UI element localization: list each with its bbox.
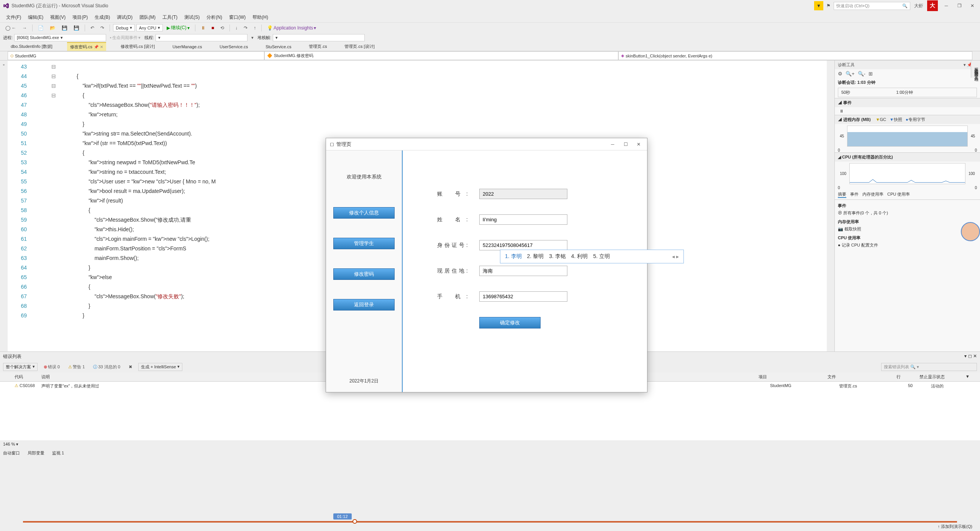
- step-into-button[interactable]: ↓: [233, 24, 240, 32]
- video-progress[interactable]: [23, 521, 957, 523]
- diag-tab[interactable]: CPU 使用率: [887, 191, 910, 198]
- new-project-button[interactable]: 📄: [36, 24, 46, 32]
- menu-item[interactable]: 帮助(H): [249, 13, 271, 21]
- menu-item[interactable]: 项目(P): [69, 13, 91, 21]
- open-file-button[interactable]: 📂: [48, 24, 58, 32]
- platform-combo[interactable]: Any CPU ▾: [136, 24, 163, 31]
- ime-candidate[interactable]: 5. 立明: [593, 253, 610, 260]
- step-over-button[interactable]: ↷: [241, 24, 250, 32]
- sidebar-button[interactable]: 管理学生: [333, 238, 395, 249]
- menu-item[interactable]: 团队(M): [136, 13, 159, 21]
- ime-candidate[interactable]: 1. 李明: [505, 253, 522, 260]
- filter-icon[interactable]: ▼: [965, 374, 977, 380]
- avatar[interactable]: [961, 222, 980, 241]
- camera-icon[interactable]: 📷: [838, 227, 843, 231]
- ime-candidate-bar[interactable]: 1. 李明2. 黎明3. 李铭4. 利明5. 立明◂ ▸: [500, 250, 684, 263]
- window-options-icon[interactable]: ▾ ◻ ✕: [964, 353, 977, 359]
- doc-tab[interactable]: 修改密码.cs [设计]: [118, 42, 158, 51]
- scroll-map[interactable]: [827, 60, 834, 351]
- doc-tab[interactable]: 修改密码.cs 📌 ✕: [67, 42, 106, 51]
- col-code[interactable]: 代码: [3, 374, 41, 380]
- forward-button[interactable]: →: [20, 24, 29, 32]
- warnings-filter[interactable]: ⚠ 警告 1: [66, 363, 87, 371]
- scope-combo[interactable]: 整个解决方案 ▾: [3, 363, 38, 371]
- clear-filter-button[interactable]: ✖: [126, 363, 134, 371]
- class-combo[interactable]: ◇StudentMG: [8, 51, 264, 60]
- diag-tab[interactable]: 摘要: [838, 191, 846, 198]
- app-insights-button[interactable]: 💡 Application Insights ▾: [265, 24, 318, 32]
- ime-nav-icon[interactable]: ◂ ▸: [672, 253, 679, 260]
- menu-item[interactable]: 文件(F): [3, 13, 24, 21]
- undo-button[interactable]: ↶: [88, 24, 97, 32]
- dialog-maximize-icon[interactable]: ☐: [621, 141, 630, 148]
- sidebar-button[interactable]: 修改个人信息: [333, 207, 395, 219]
- doc-tab[interactable]: 管理页.cs [设计]: [341, 42, 377, 51]
- zoom-combo[interactable]: 146 % ▾: [0, 440, 980, 448]
- menu-item[interactable]: 测试(S): [181, 13, 203, 21]
- tool-window-toggle-icon[interactable]: ▫: [3, 62, 5, 67]
- quick-launch-input[interactable]: 快速启动 (Ctrl+Q) 🔍: [834, 2, 910, 10]
- fold-gutter[interactable]: ⊟⊟⊟⊟: [31, 60, 77, 351]
- zoom-in-icon[interactable]: 🔍+: [846, 71, 855, 77]
- close-icon[interactable]: ✕: [968, 2, 977, 10]
- col-proj[interactable]: 项目: [759, 374, 828, 380]
- doc-tab[interactable]: UserManage.cs: [169, 42, 205, 51]
- diag-tab[interactable]: 内存使用率: [862, 191, 883, 198]
- doc-tab[interactable]: dbo.StudentInfo [数据]: [8, 42, 56, 51]
- menu-item[interactable]: 编辑(E): [25, 13, 46, 21]
- thread-combo[interactable]: ▾: [156, 34, 247, 41]
- config-combo[interactable]: Debug ▾: [113, 24, 134, 31]
- back-button[interactable]: ◯ ←: [3, 24, 18, 32]
- member-combo[interactable]: 🔶StudentMG.修改密码: [264, 51, 618, 60]
- idcard-input[interactable]: [479, 240, 567, 250]
- stop-button[interactable]: ■: [209, 24, 216, 32]
- user-label[interactable]: 大虾: [914, 3, 923, 9]
- col-supp[interactable]: 禁止显示状态: [919, 374, 965, 380]
- user-badge[interactable]: 大: [927, 0, 938, 11]
- restart-button[interactable]: ⟲: [218, 24, 226, 32]
- doc-tab[interactable]: 管理页.cs: [306, 42, 330, 51]
- method-combo[interactable]: ◈skinButton1_Click(object sender, EventA…: [618, 51, 972, 60]
- col-line[interactable]: 行: [896, 374, 919, 380]
- menu-item[interactable]: 工具(T): [159, 13, 180, 21]
- pause-icon[interactable]: ⏸: [835, 107, 980, 115]
- dialog-close-icon[interactable]: ✕: [634, 141, 643, 148]
- account-input[interactable]: [479, 189, 567, 199]
- ime-candidate[interactable]: 4. 利明: [571, 253, 588, 260]
- stackframe-combo[interactable]: ▾: [273, 34, 365, 41]
- notifications-icon[interactable]: ▼: [814, 1, 823, 10]
- menu-item[interactable]: 生成(B): [92, 13, 113, 21]
- bottom-tab[interactable]: 自动窗口: [3, 450, 20, 456]
- flag-icon[interactable]: ⚑: [826, 3, 831, 8]
- settings-icon[interactable]: ⚙: [838, 71, 842, 77]
- break-all-button[interactable]: ⏸: [198, 24, 208, 32]
- server-explorer-tab[interactable]: 服务器资源管理器 工具箱: [971, 61, 980, 78]
- address-input[interactable]: [479, 266, 567, 276]
- submit-button[interactable]: 确定修改: [479, 317, 541, 328]
- zoom-out-icon[interactable]: 🔍-: [858, 71, 865, 77]
- sidebar-button[interactable]: 返回登录: [333, 299, 395, 310]
- minimize-icon[interactable]: ─: [942, 2, 951, 10]
- progress-thumb[interactable]: [352, 519, 357, 524]
- diag-tab[interactable]: 事件: [850, 191, 859, 198]
- tool-button[interactable]: ▾: [249, 34, 256, 41]
- ime-candidate[interactable]: 3. 李铭: [549, 253, 566, 260]
- restore-icon[interactable]: ❐: [955, 2, 964, 10]
- phone-input[interactable]: [479, 291, 567, 302]
- bottom-tab[interactable]: 局部变量: [28, 450, 44, 456]
- zoom-reset-icon[interactable]: ⊞: [869, 71, 873, 77]
- error-search-input[interactable]: 搜索错误列表 🔍 ▾: [881, 363, 977, 371]
- name-input[interactable]: [479, 214, 567, 225]
- dialog-minimize-icon[interactable]: ─: [608, 141, 617, 148]
- save-button[interactable]: 💾: [59, 24, 70, 32]
- bottom-tab[interactable]: 监视 1: [52, 450, 64, 456]
- save-all-button[interactable]: 💾: [71, 24, 82, 32]
- menu-item[interactable]: 窗口(W): [226, 13, 249, 21]
- ime-candidate[interactable]: 2. 黎明: [527, 253, 544, 260]
- col-file[interactable]: 文件: [828, 374, 896, 380]
- menu-item[interactable]: 调试(D): [114, 13, 136, 21]
- pin-icon[interactable]: 📌: [94, 45, 98, 49]
- sidebar-button[interactable]: 修改密码: [333, 268, 395, 280]
- process-combo[interactable]: [8060] StudentMG.exe ▾: [14, 34, 106, 41]
- continue-button[interactable]: ▶ 继续(C) ▾: [164, 23, 192, 32]
